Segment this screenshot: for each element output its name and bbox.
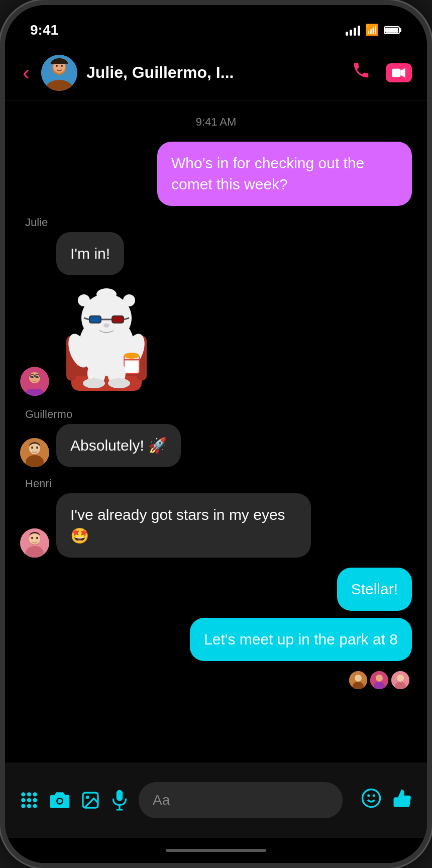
svg-point-7 [56,65,58,67]
svg-point-73 [33,804,37,808]
svg-rect-36 [90,316,100,322]
avatar-henri [20,528,49,558]
svg-point-44 [83,378,105,388]
svg-point-49 [36,447,38,449]
svg-rect-19 [26,389,44,396]
svg-point-81 [363,789,380,807]
incoming-message-julie-1: Julie I'm in! [20,216,412,275]
outgoing-meetup: Let's meet up in the park at 8 [190,618,412,661]
svg-point-75 [58,799,62,803]
svg-point-39 [78,294,90,306]
svg-rect-2 [385,28,398,33]
svg-point-54 [36,537,38,539]
bubble-incoming-henri: I've already got stars in my eyes 🤩 [56,493,311,558]
signal-bar-2 [350,30,352,36]
svg-point-66 [27,792,31,796]
yeti-sticker [56,285,157,396]
receipt-avatar-henri [391,671,409,689]
incoming-message-guillermo: Guillermo [20,408,412,467]
camera-icon[interactable] [49,791,70,809]
phone-screen: 9:41 📶 ‹ [5,5,427,863]
incoming-message-henri: Henri [20,477,412,558]
avatar-placeholder [20,246,49,275]
signal-bar-1 [346,32,348,36]
group-avatar [41,55,77,91]
battery-icon [384,26,402,35]
phone-call-icon[interactable] [352,61,371,84]
phone-frame: 9:41 📶 ‹ [0,0,432,868]
svg-point-71 [21,804,25,808]
svg-point-57 [355,675,362,682]
back-button[interactable]: ‹ [20,58,32,87]
svg-point-67 [33,792,37,796]
svg-point-8 [61,65,63,67]
bubble-incoming-guillermo: Absolutely! 🚀 [56,424,181,467]
svg-point-63 [397,675,404,682]
signal-bar-4 [358,26,360,36]
group-name-label: Julie, Guillermo, I... [86,63,343,82]
like-button[interactable] [392,788,413,813]
svg-point-53 [31,537,33,539]
svg-point-29 [124,353,139,359]
svg-point-69 [27,798,31,802]
outgoing-stellar: Stellar! [337,568,412,611]
svg-point-68 [21,798,25,802]
sticker-message-julie [20,285,412,396]
nav-action-icons [352,61,412,84]
sender-name-guillermo: Guillermo [25,408,412,421]
svg-marker-10 [401,68,405,77]
svg-rect-37 [113,316,123,322]
avatar-guillermo [20,438,49,467]
gallery-icon[interactable] [80,790,100,810]
mic-icon[interactable] [111,789,129,811]
svg-point-83 [373,794,375,797]
svg-point-41 [96,288,117,300]
bottom-toolbar: Aa [5,763,427,838]
message-input[interactable]: Aa [139,782,343,818]
wifi-icon: 📶 [365,24,379,37]
message-row-henri: I've already got stars in my eyes 🤩 [20,493,412,558]
svg-rect-9 [392,68,401,76]
receipt-avatar-guillermo [349,671,367,689]
bubble-outgoing-purple: Who's in for checking out the comet this… [157,142,412,206]
bubble-meetup: Let's meet up in the park at 8 [190,618,412,661]
apps-icon[interactable] [19,790,39,810]
status-bar: 9:41 📶 [5,5,427,45]
svg-point-45 [108,378,130,388]
receipt-avatar-julie [370,671,388,689]
sender-name-julie: Julie [25,216,412,229]
svg-point-48 [31,447,33,449]
svg-point-72 [27,804,31,808]
sender-name-henri: Henri [25,477,412,490]
svg-rect-1 [399,28,401,32]
emoji-button[interactable] [361,788,382,813]
message-row-julie-1: I'm in! [20,232,412,275]
bubble-stellar: Stellar! [337,568,412,611]
status-time: 9:41 [30,22,58,38]
svg-point-38 [103,323,110,328]
read-receipts [349,671,412,689]
video-call-icon[interactable] [386,63,412,82]
home-bar [166,849,266,852]
svg-point-82 [367,794,370,797]
message-timestamp: 9:41 AM [20,116,412,129]
outgoing-message-1: Who's in for checking out the comet this… [20,142,412,206]
avatar-julie [20,367,49,396]
signal-icon [346,25,360,36]
svg-point-77 [86,796,89,799]
svg-point-65 [21,792,25,796]
outgoing-message-group: Stellar! Let's meet up in the park at 8 [20,568,412,689]
svg-point-70 [33,798,37,802]
messages-area: 9:41 AM Who's in for checking out the co… [5,100,427,763]
svg-rect-78 [117,790,123,801]
svg-point-60 [376,675,383,682]
svg-point-40 [123,294,135,306]
bubble-incoming-julie-1: I'm in! [56,232,124,275]
message-row-guillermo: Absolutely! 🚀 [20,424,412,467]
home-indicator [5,838,427,863]
input-placeholder: Aa [153,792,170,808]
status-icons: 📶 [346,24,402,37]
signal-bar-3 [354,28,356,36]
nav-bar: ‹ Julie, Guillermo, I... [5,45,427,100]
